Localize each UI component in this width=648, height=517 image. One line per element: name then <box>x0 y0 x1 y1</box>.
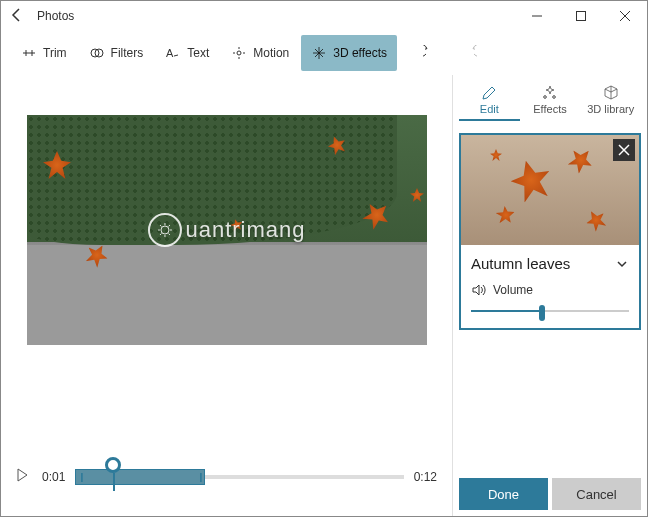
motion-label: Motion <box>253 46 289 60</box>
undo-button[interactable] <box>413 35 449 71</box>
app-title: Photos <box>37 9 74 23</box>
redo-icon <box>461 45 477 61</box>
text-icon: A <box>165 45 181 61</box>
close-button[interactable] <box>603 1 647 31</box>
filters-icon <box>89 45 105 61</box>
close-icon <box>618 144 630 156</box>
video-preview[interactable]: uantrimang <box>27 115 427 345</box>
effects-icon <box>542 85 558 101</box>
toolbar: Trim Filters A Text Motion 3D effects <box>1 31 647 75</box>
play-button[interactable] <box>16 468 32 486</box>
svg-text:A: A <box>166 47 174 59</box>
tab-edit-label: Edit <box>480 103 499 115</box>
back-button[interactable] <box>9 7 37 26</box>
tab-effects[interactable]: Effects <box>520 81 581 121</box>
filters-button[interactable]: Filters <box>79 35 154 71</box>
minimize-button[interactable] <box>515 1 559 31</box>
done-button[interactable]: Done <box>459 478 548 510</box>
volume-icon <box>471 282 487 298</box>
text-label: Text <box>187 46 209 60</box>
effect-clip[interactable]: ||| ||| <box>75 469 205 485</box>
current-time: 0:01 <box>42 470 65 484</box>
clip-handle-left[interactable]: ||| <box>80 472 81 482</box>
timeline: 0:01 ||| ||| 0:12 <box>11 458 442 506</box>
maximize-button[interactable] <box>559 1 603 31</box>
sparkle-icon <box>311 45 327 61</box>
watermark: uantrimang <box>147 213 305 247</box>
clip-handle-right[interactable]: ||| <box>199 472 200 482</box>
undo-icon <box>423 45 439 61</box>
chevron-down-icon <box>615 257 629 271</box>
text-button[interactable]: A Text <box>155 35 219 71</box>
remove-effect-button[interactable] <box>613 139 635 161</box>
trim-button[interactable]: Trim <box>11 35 77 71</box>
timeline-track[interactable]: ||| ||| <box>75 475 403 479</box>
effect-thumbnail <box>461 135 639 245</box>
side-panel: Edit Effects 3D library <box>452 75 647 516</box>
main-area: uantrimang 0:01 ||| ||| 0:12 <box>1 75 452 516</box>
total-time: 0:12 <box>414 470 437 484</box>
svg-rect-1 <box>577 12 586 21</box>
pencil-icon <box>481 85 497 101</box>
tab-effects-label: Effects <box>533 103 566 115</box>
motion-button[interactable]: Motion <box>221 35 299 71</box>
slider-knob[interactable] <box>539 305 545 321</box>
tab-library-label: 3D library <box>587 103 634 115</box>
motion-icon <box>231 45 247 61</box>
cancel-button[interactable]: Cancel <box>552 478 641 510</box>
svg-point-7 <box>237 51 241 55</box>
effect-card: Autumn leaves Volume <box>459 133 641 330</box>
filters-label: Filters <box>111 46 144 60</box>
effect-name-row[interactable]: Autumn leaves <box>471 255 629 272</box>
titlebar: Photos <box>1 1 647 31</box>
redo-button <box>451 35 487 71</box>
svg-point-8 <box>160 226 168 234</box>
volume-slider[interactable] <box>471 304 629 318</box>
tab-3d-library[interactable]: 3D library <box>580 81 641 121</box>
volume-label: Volume <box>493 283 533 297</box>
tab-edit[interactable]: Edit <box>459 81 520 121</box>
trim-label: Trim <box>43 46 67 60</box>
volume-row: Volume <box>471 282 629 298</box>
effect-name: Autumn leaves <box>471 255 570 272</box>
cube-icon <box>603 85 619 101</box>
3d-effects-label: 3D effects <box>333 46 387 60</box>
3d-effects-button[interactable]: 3D effects <box>301 35 397 71</box>
trim-icon <box>21 45 37 61</box>
